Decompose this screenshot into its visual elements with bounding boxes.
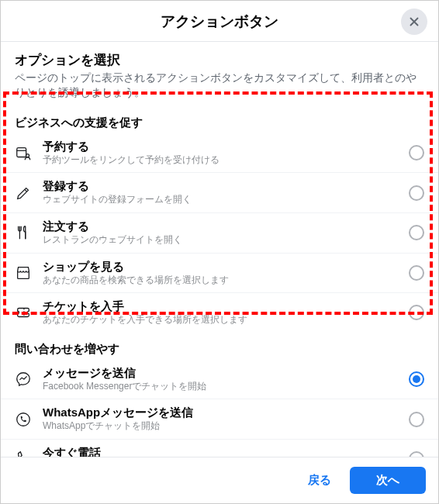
option-label: 注文する (43, 219, 409, 233)
option-text: 予約する 予約ツールをリンクして予約を受け付ける (38, 140, 409, 167)
option-text: 今すぐ電話 通話を開始 (38, 446, 409, 457)
option-messenger[interactable]: メッセージを送信 Facebook Messengerでチャットを開始 (1, 360, 438, 400)
option-call[interactable]: 今すぐ電話 通話を開始 (1, 440, 438, 457)
radio-button[interactable] (409, 185, 424, 201)
ticket-icon (15, 304, 38, 321)
svg-point-5 (17, 413, 30, 426)
section-contact: 問い合わせを増やす メッセージを送信 Facebook Messengerでチャ… (1, 333, 438, 457)
option-shop[interactable]: ショップを見る あなたの商品を検索できる場所を選択します (1, 254, 438, 294)
option-desc: あなたの商品を検索できる場所を選択します (43, 274, 409, 287)
option-text: チケットを入手 あなたのチケットを入手できる場所を選択します (38, 299, 409, 326)
svg-rect-0 (17, 148, 26, 157)
radio-button[interactable] (409, 371, 424, 387)
option-ticket[interactable]: チケットを入手 あなたのチケットを入手できる場所を選択します (1, 293, 438, 333)
pencil-icon (15, 185, 38, 202)
option-label: メッセージを送信 (43, 366, 409, 380)
option-text: メッセージを送信 Facebook Messengerでチャットを開始 (38, 366, 409, 393)
option-text: ショップを見る あなたの商品を検索できる場所を選択します (38, 260, 409, 287)
option-order[interactable]: 注文する レストランのウェブサイトを開く (1, 213, 438, 254)
close-button[interactable] (401, 9, 427, 35)
intro-desc: ページのトップに表示されるアクションボタンをカスタマイズして、利用者とのやりとり… (15, 71, 424, 100)
option-label: ショップを見る (43, 260, 409, 274)
dialog-header: アクションボタン (1, 1, 438, 42)
option-desc: あなたのチケットを入手できる場所を選択します (43, 314, 409, 326)
option-text: 注文する レストランのウェブサイトを開く (38, 219, 409, 247)
option-desc: Facebook Messengerでチャットを開始 (43, 381, 409, 393)
radio-button[interactable] (409, 265, 424, 281)
option-register[interactable]: 登録する ウェブサイトの登録フォームを開く (1, 173, 438, 213)
section-business-support: ビジネスへの支援を促す 予約する 予約ツールをリンクして予約を受け付ける 登録す… (1, 106, 438, 333)
action-button-dialog: アクションボタン オプションを選択 ページのトップに表示されるアクションボタンを… (0, 0, 439, 504)
phone-icon (15, 450, 38, 457)
option-label: 予約する (43, 140, 409, 154)
radio-button[interactable] (409, 412, 424, 427)
shop-icon (15, 264, 38, 281)
next-button[interactable]: 次へ (350, 467, 426, 494)
option-label: チケットを入手 (43, 299, 409, 313)
radio-button[interactable] (409, 451, 424, 457)
option-desc: 予約ツールをリンクして予約を受け付ける (43, 154, 409, 167)
option-desc: ウェブサイトの登録フォームを開く (43, 194, 409, 206)
option-desc: WhatsAppでチャットを開始 (43, 420, 409, 433)
section-title: ビジネスへの支援を促す (1, 111, 438, 133)
option-label: 今すぐ電話 (43, 446, 409, 457)
section-title: 問い合わせを増やす (1, 337, 438, 360)
back-button[interactable]: 戻る (297, 467, 342, 494)
messenger-icon (15, 371, 38, 388)
option-whatsapp[interactable]: WhatsAppメッセージを送信 WhatsAppでチャットを開始 (1, 399, 438, 440)
option-desc: レストランのウェブサイトを開く (43, 234, 409, 247)
radio-button[interactable] (409, 305, 424, 320)
option-book[interactable]: 予約する 予約ツールをリンクして予約を受け付ける (1, 133, 438, 174)
radio-button[interactable] (409, 145, 424, 161)
option-text: WhatsAppメッセージを送信 WhatsAppでチャットを開始 (38, 406, 409, 433)
dialog-title: アクションボタン (1, 12, 438, 32)
intro-section: オプションを選択 ページのトップに表示されるアクションボタンをカスタマイズして、… (1, 42, 438, 106)
dialog-content: オプションを選択 ページのトップに表示されるアクションボタンをカスタマイズして、… (1, 42, 438, 457)
radio-button[interactable] (409, 225, 424, 240)
dialog-footer: 戻る 次へ (1, 457, 438, 503)
option-label: 登録する (43, 179, 409, 193)
svg-point-2 (26, 154, 29, 157)
option-text: 登録する ウェブサイトの登録フォームを開く (38, 179, 409, 206)
svg-line-3 (25, 189, 27, 192)
calendar-user-icon (15, 144, 38, 161)
intro-title: オプションを選択 (15, 51, 424, 69)
option-label: WhatsAppメッセージを送信 (43, 406, 409, 419)
whatsapp-icon (15, 411, 38, 428)
utensils-icon (15, 224, 38, 241)
close-icon (407, 15, 421, 29)
